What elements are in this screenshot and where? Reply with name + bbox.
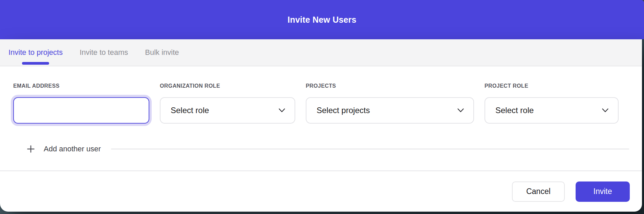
tab-invite-to-teams[interactable]: Invite to teams — [80, 39, 128, 66]
tab-invite-to-projects[interactable]: Invite to projects — [8, 39, 63, 66]
add-row-divider — [111, 149, 629, 149]
chevron-down-icon — [457, 108, 464, 112]
email-address-label: EMAIL ADDRESS — [13, 83, 149, 89]
add-another-user-row: Add another user — [27, 145, 629, 153]
organization-role-group: ORGANIZATION ROLE Select role — [160, 83, 295, 124]
invite-form: EMAIL ADDRESS ORGANIZATION ROLE Select r… — [0, 66, 642, 170]
project-role-group: PROJECT ROLE Select role — [485, 83, 619, 124]
dialog-footer: Cancel Invite — [0, 171, 642, 212]
invite-dialog: Invite to projects Invite to teams Bulk … — [0, 39, 642, 212]
chevron-down-icon — [279, 108, 285, 112]
plus-icon — [27, 145, 35, 153]
projects-label: PROJECTS — [306, 83, 474, 89]
invite-button[interactable]: Invite — [576, 181, 630, 202]
projects-value: Select projects — [317, 106, 370, 115]
project-role-label: PROJECT ROLE — [485, 83, 619, 89]
add-another-user-label: Add another user — [44, 145, 101, 153]
dialog-header: Invite New Users — [0, 0, 644, 39]
dialog-title: Invite New Users — [287, 15, 356, 25]
project-role-select[interactable]: Select role — [485, 97, 619, 124]
organization-role-select[interactable]: Select role — [160, 97, 295, 124]
email-field-group: EMAIL ADDRESS — [13, 83, 149, 124]
project-role-value: Select role — [495, 106, 534, 115]
add-another-user-button[interactable]: Add another user — [27, 145, 101, 153]
chevron-down-icon — [602, 108, 608, 112]
tab-bulk-invite[interactable]: Bulk invite — [145, 39, 179, 66]
cancel-button[interactable]: Cancel — [512, 181, 565, 202]
projects-select[interactable]: Select projects — [306, 97, 474, 124]
tab-bar: Invite to projects Invite to teams Bulk … — [0, 39, 642, 66]
email-address-input[interactable] — [13, 97, 149, 124]
projects-group: PROJECTS Select projects — [306, 83, 474, 124]
organization-role-label: ORGANIZATION ROLE — [160, 83, 295, 89]
organization-role-value: Select role — [171, 106, 209, 115]
